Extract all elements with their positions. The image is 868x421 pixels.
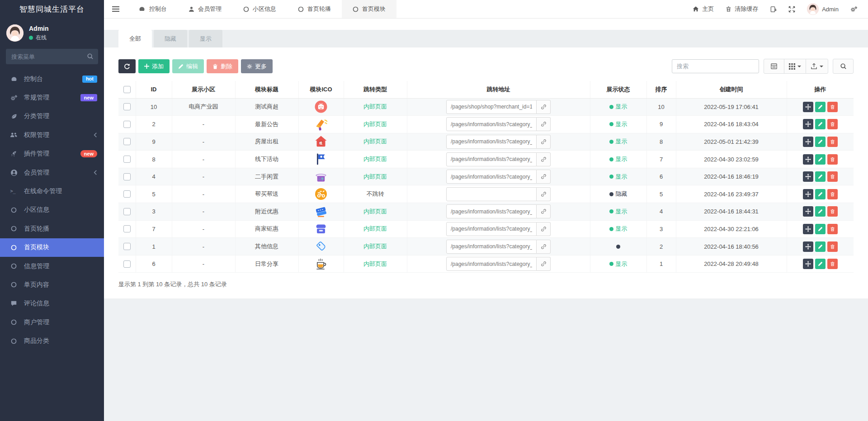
link-button[interactable] (537, 222, 551, 236)
drag-sort-button[interactable] (803, 137, 813, 147)
row-edit-button[interactable] (815, 102, 826, 112)
link-button[interactable] (537, 135, 551, 149)
sidebar-item-2[interactable]: 分类管理 (0, 107, 104, 126)
link-button[interactable] (537, 204, 551, 218)
sidebar-item-7[interactable]: 小区信息 (0, 201, 104, 219)
sidebar-item-0[interactable]: 控制台hot (0, 70, 104, 88)
settings-button[interactable] (844, 0, 863, 18)
status-badge[interactable]: 显示 (609, 208, 627, 216)
row-delete-button[interactable] (827, 171, 838, 182)
sidebar-item-6[interactable]: >_在线命令管理 (0, 182, 104, 200)
row-delete-button[interactable] (827, 259, 838, 269)
row-edit-button[interactable] (815, 171, 826, 182)
drag-sort-button[interactable] (803, 154, 813, 165)
drag-sort-button[interactable] (803, 241, 813, 252)
reload-page-button[interactable] (764, 0, 783, 18)
sidebar-item-3[interactable]: 权限管理 (0, 126, 104, 144)
sidebar-item-9[interactable]: 首页模块 (0, 238, 104, 257)
row-checkbox[interactable] (123, 138, 131, 145)
jump-url-input[interactable] (446, 100, 537, 114)
user-avatar[interactable] (6, 24, 24, 42)
drag-sort-button[interactable] (803, 189, 813, 199)
status-badge[interactable]: 隐藏 (609, 190, 627, 198)
sidebar-item-14[interactable]: 商品分类 (0, 331, 104, 350)
filter-tab-2[interactable]: 显示 (189, 30, 222, 47)
topnav-tab-0[interactable]: 控制台 (127, 0, 178, 18)
table-search-input[interactable] (672, 59, 759, 73)
row-delete-button[interactable] (827, 189, 838, 199)
row-checkbox[interactable] (123, 225, 131, 232)
row-checkbox[interactable] (123, 260, 131, 268)
status-badge[interactable]: 显示 (609, 103, 627, 111)
refresh-button[interactable] (118, 59, 136, 73)
row-checkbox[interactable] (123, 121, 131, 128)
topnav-tab-2[interactable]: 小区信息 (232, 0, 287, 18)
drag-sort-button[interactable] (803, 206, 813, 217)
link-button[interactable] (537, 170, 551, 184)
link-button[interactable] (537, 117, 551, 131)
drag-sort-button[interactable] (803, 102, 813, 112)
row-checkbox[interactable] (123, 190, 131, 198)
sidebar-item-13[interactable]: 商户管理 (0, 313, 104, 331)
jump-url-input[interactable] (446, 257, 537, 271)
sidebar-item-4[interactable]: 插件管理new (0, 145, 104, 163)
topnav-tab-3[interactable]: 首页轮播 (287, 0, 342, 18)
drag-sort-button[interactable] (803, 259, 813, 269)
topnav-tab-1[interactable]: 会员管理 (178, 0, 232, 18)
jump-url-input[interactable] (446, 240, 537, 254)
sidebar-item-5[interactable]: 会员管理 (0, 163, 104, 182)
status-badge[interactable]: 显示 (609, 225, 627, 233)
row-delete-button[interactable] (827, 119, 838, 129)
sidebar-item-8[interactable]: 首页轮播 (0, 219, 104, 238)
export-button[interactable] (806, 59, 828, 74)
link-button[interactable] (537, 187, 551, 201)
status-badge[interactable]: 显示 (609, 260, 627, 268)
user-menu[interactable]: Admin (801, 0, 844, 18)
sidebar-toggle-button[interactable] (104, 0, 127, 18)
select-all-checkbox[interactable] (123, 86, 131, 93)
row-edit-button[interactable] (815, 241, 826, 252)
home-link[interactable]: 主页 (687, 0, 720, 18)
clear-cache-button[interactable]: 清除缓存 (720, 0, 764, 18)
fullscreen-button[interactable] (783, 0, 801, 18)
detail-view-button[interactable] (764, 59, 784, 74)
topnav-tab-4[interactable]: 首页模块 (342, 0, 396, 18)
row-checkbox[interactable] (123, 103, 131, 110)
row-edit-button[interactable] (815, 224, 826, 234)
status-badge[interactable] (616, 245, 620, 249)
row-edit-button[interactable] (815, 119, 826, 129)
row-edit-button[interactable] (815, 189, 826, 199)
row-delete-button[interactable] (827, 241, 838, 252)
status-badge[interactable]: 显示 (609, 173, 627, 181)
row-delete-button[interactable] (827, 224, 838, 234)
status-badge[interactable]: 显示 (609, 137, 627, 146)
jump-url-input[interactable] (446, 152, 537, 166)
row-checkbox[interactable] (123, 173, 131, 180)
row-delete-button[interactable] (827, 102, 838, 112)
jump-url-input[interactable] (446, 187, 537, 201)
status-badge[interactable]: 显示 (609, 120, 627, 128)
search-submit-button[interactable] (833, 59, 854, 74)
edit-button[interactable]: 编辑 (172, 59, 204, 73)
jump-url-input[interactable] (446, 222, 537, 236)
sidebar-item-1[interactable]: 常规管理new (0, 88, 104, 107)
row-edit-button[interactable] (815, 154, 826, 165)
add-button[interactable]: 添加 (138, 59, 170, 73)
delete-button[interactable]: 删除 (207, 59, 238, 73)
sidebar-item-10[interactable]: 信息管理 (0, 257, 104, 275)
link-button[interactable] (537, 240, 551, 254)
row-edit-button[interactable] (815, 259, 826, 269)
link-button[interactable] (537, 100, 551, 114)
link-button[interactable] (537, 152, 551, 166)
row-delete-button[interactable] (827, 206, 838, 217)
row-delete-button[interactable] (827, 137, 838, 147)
row-checkbox[interactable] (123, 243, 131, 250)
link-button[interactable] (537, 257, 551, 271)
jump-url-input[interactable] (446, 117, 537, 131)
row-checkbox[interactable] (123, 208, 131, 215)
drag-sort-button[interactable] (803, 224, 813, 234)
drag-sort-button[interactable] (803, 119, 813, 129)
row-edit-button[interactable] (815, 137, 826, 147)
more-button[interactable]: 更多 (241, 59, 273, 73)
jump-url-input[interactable] (446, 135, 537, 149)
